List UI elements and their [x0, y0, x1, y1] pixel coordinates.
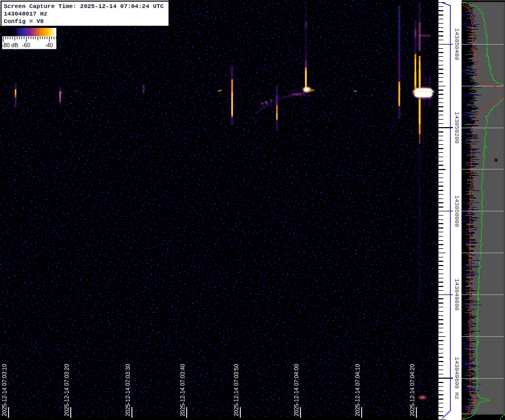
svg-text:-60: -60 — [22, 42, 30, 48]
svg-text:143050000: 143050000 — [453, 195, 460, 227]
svg-text:143050200: 143050200 — [453, 112, 460, 143]
svg-text:2025-12-14 07:03:40: 2025-12-14 07:03:40 — [179, 364, 186, 416]
svg-text:2025-12-14 07:04:00: 2025-12-14 07:04:00 — [293, 364, 299, 416]
svg-text:2025-12-14 07:04:10: 2025-12-14 07:04:10 — [354, 364, 361, 416]
svg-text:2025-12-14 07:03:30: 2025-12-14 07:03:30 — [125, 364, 131, 416]
svg-text:2025-12-14 07:03:10: 2025-12-14 07:03:10 — [1, 364, 8, 416]
svg-text:Config = V8: Config = V8 — [4, 18, 44, 25]
svg-text:143049800: 143049800 — [453, 279, 460, 311]
svg-text:2025-12-14 07:03:20: 2025-12-14 07:03:20 — [63, 364, 70, 416]
svg-text:2025-12-14 07:04:20: 2025-12-14 07:04:20 — [409, 364, 415, 416]
svg-text:Screen Capture Time: 2025-12-1: Screen Capture Time: 2025-12-14 07:04:24… — [4, 3, 164, 10]
svg-text:-40: -40 — [45, 42, 53, 48]
svg-text:143049600 Hz: 143049600 Hz — [453, 357, 460, 399]
svg-text:143050400: 143050400 — [453, 28, 460, 60]
svg-text:2025-12-14 07:03:50: 2025-12-14 07:03:50 — [233, 364, 239, 416]
svg-text:143048017 Hz: 143048017 Hz — [4, 11, 47, 17]
svg-text:-80 dB: -80 dB — [2, 42, 18, 48]
